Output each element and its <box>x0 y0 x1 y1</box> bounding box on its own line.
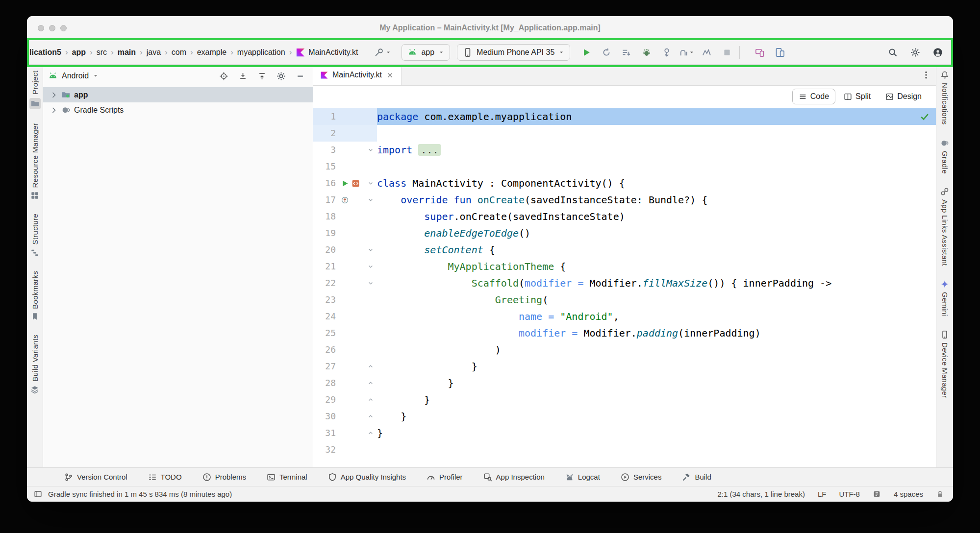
code-line-24[interactable]: 24 name = "Android", <box>313 308 936 325</box>
indent-widget[interactable]: 4 spaces <box>894 490 923 498</box>
breadcrumb-item-example[interactable]: example <box>197 48 226 57</box>
tool-stripe-gemini[interactable]: Gemini <box>940 280 949 316</box>
apply-changes-button[interactable] <box>598 45 615 60</box>
code-editor[interactable]: 1package com.example.myapplication23impo… <box>313 107 936 467</box>
view-mode-design[interactable]: Design <box>879 89 928 104</box>
code-line-2[interactable]: 2 <box>313 125 936 142</box>
editor-tab-mainactivity[interactable]: MainActivity.kt <box>313 65 402 85</box>
close-window-button[interactable] <box>38 25 44 31</box>
settings-button[interactable] <box>907 45 924 60</box>
code-line-20[interactable]: 20 setContent { <box>313 242 936 258</box>
caret-position-widget[interactable]: 2:1 (34 chars, 1 line break) <box>718 490 805 498</box>
tool-window-version-control[interactable]: Version Control <box>64 473 127 482</box>
device-selector[interactable]: Medium Phone API 35 <box>457 44 570 61</box>
close-tab-icon[interactable] <box>386 71 394 79</box>
tool-stripe-structure[interactable]: Structure <box>30 214 39 257</box>
tool-window-bar: Version ControlTODOProblemsTerminalApp Q… <box>27 467 953 486</box>
run-actions <box>578 45 735 60</box>
tool-stripe-gradle[interactable]: Gradle <box>940 139 949 174</box>
hide-panel-button[interactable] <box>294 70 306 82</box>
running-devices-button[interactable] <box>772 45 788 60</box>
tool-stripe-project[interactable]: Project <box>29 71 41 109</box>
code-text: enableEdgeToEdge() <box>377 225 936 242</box>
tool-window-app-inspection[interactable]: App Inspection <box>483 473 545 482</box>
code-line-27[interactable]: 27 } <box>313 358 936 375</box>
tool-window-services[interactable]: Services <box>621 473 662 482</box>
tool-stripe-notifications[interactable]: Notifications <box>940 71 949 125</box>
tool-window-problems[interactable]: Problems <box>202 473 246 482</box>
breadcrumb-item-main[interactable]: main <box>118 48 136 57</box>
profiler-button[interactable] <box>678 45 695 60</box>
run-button[interactable] <box>578 45 595 60</box>
search-everywhere-button[interactable] <box>884 45 901 60</box>
lock-icon[interactable] <box>936 490 944 498</box>
tool-window-logcat[interactable]: Logcat <box>565 473 600 482</box>
status-message[interactable]: Gradle sync finished in 1 m 45 s 834 ms … <box>48 490 232 498</box>
code-line-23[interactable]: 23 Greeting( <box>313 291 936 308</box>
editor-tab-label: MainActivity.kt <box>332 71 382 79</box>
code-line-22[interactable]: 22 Scaffold(modifier = Modifier.fillMaxS… <box>313 275 936 291</box>
tool-stripe-app-links-assistant[interactable]: App Links Assistant <box>940 187 949 266</box>
inspection-status-icon[interactable] <box>919 111 930 122</box>
panel-options-button[interactable] <box>275 70 287 82</box>
user-profile-button[interactable] <box>930 45 946 60</box>
breadcrumb-item-app[interactable]: app <box>72 48 86 57</box>
attach-debugger-button[interactable] <box>658 45 675 60</box>
mirror-device-button[interactable] <box>752 45 768 60</box>
code-line-15[interactable]: 15 <box>313 158 936 175</box>
code-line-19[interactable]: 19 enableEdgeToEdge() <box>313 225 936 242</box>
tool-stripe-bookmarks[interactable]: Bookmarks <box>30 271 39 321</box>
code-text: ) <box>377 341 936 358</box>
tool-window-profiler[interactable]: Profiler <box>427 473 463 482</box>
tree-item-app[interactable]: app <box>43 87 313 102</box>
code-line-18[interactable]: 18 super.onCreate(savedInstanceState) <box>313 208 936 225</box>
encoding-widget[interactable]: UTF-8 <box>839 490 860 498</box>
code-line-16[interactable]: 16class MainActivity : ComponentActivity… <box>313 175 936 192</box>
view-mode-split[interactable]: Split <box>837 89 877 104</box>
code-line-31[interactable]: 31} <box>313 425 936 441</box>
run-config-selector[interactable]: app <box>402 44 450 61</box>
fold-open-icon <box>368 247 374 253</box>
tool-window-app-quality-insights[interactable]: App Quality Insights <box>328 473 406 482</box>
tool-window-layout-icon[interactable] <box>34 490 42 498</box>
debug-button[interactable] <box>638 45 655 60</box>
code-line-30[interactable]: 30 } <box>313 408 936 425</box>
code-line-1[interactable]: 1package com.example.myapplication <box>313 108 936 125</box>
code-line-17[interactable]: 17 override fun onCreate(savedInstanceSt… <box>313 192 936 208</box>
code-line-3[interactable]: 3import ... <box>313 142 936 158</box>
tool-stripe-build-variants[interactable]: Build Variants <box>30 335 39 394</box>
breadcrumb-item-lication5[interactable]: lication5 <box>29 48 61 57</box>
tool-stripe-device-manager[interactable]: Device Manager <box>940 330 949 398</box>
code-line-26[interactable]: 26 ) <box>313 341 936 358</box>
collapse-all-button[interactable] <box>256 70 268 82</box>
expand-all-button[interactable] <box>237 70 249 82</box>
code-line-28[interactable]: 28 } <box>313 375 936 391</box>
code-line-32[interactable]: 32 <box>313 441 936 458</box>
profile-benchmark-button[interactable] <box>699 45 715 60</box>
tree-item-gradle-scripts[interactable]: Gradle Scripts <box>43 102 313 118</box>
code-line-21[interactable]: 21 MyApplicationTheme { <box>313 258 936 275</box>
breadcrumb-item-mainactivity-kt[interactable]: MainActivity.kt <box>296 48 358 57</box>
project-view-selector[interactable]: Android <box>48 71 99 81</box>
stop-button[interactable] <box>719 45 735 60</box>
gutter-icons <box>336 308 364 325</box>
reader-mode-icon[interactable] <box>873 490 881 498</box>
locate-file-button[interactable] <box>218 70 229 82</box>
code-line-25[interactable]: 25 modifier = Modifier.padding(innerPadd… <box>313 325 936 341</box>
view-mode-code[interactable]: Code <box>792 89 835 104</box>
breadcrumb-item-src[interactable]: src <box>97 48 107 57</box>
tool-window-todo[interactable]: TODO <box>148 473 182 482</box>
tool-window-terminal[interactable]: Terminal <box>267 473 307 482</box>
tool-window-build[interactable]: Build <box>682 473 711 482</box>
tool-stripe-resource-manager[interactable]: Resource Manager <box>30 123 39 200</box>
apply-code-changes-button[interactable] <box>618 45 635 60</box>
breadcrumb-item-com[interactable]: com <box>172 48 186 57</box>
line-separator-widget[interactable]: LF <box>818 490 827 498</box>
code-line-29[interactable]: 29 } <box>313 391 936 408</box>
tab-options-icon[interactable] <box>921 70 931 80</box>
zoom-window-button[interactable] <box>60 25 67 31</box>
breadcrumb-item-myapplication[interactable]: myapplication <box>237 48 285 57</box>
build-menu-button[interactable] <box>371 45 395 60</box>
minimize-window-button[interactable] <box>49 25 55 31</box>
breadcrumb-item-java[interactable]: java <box>147 48 161 57</box>
